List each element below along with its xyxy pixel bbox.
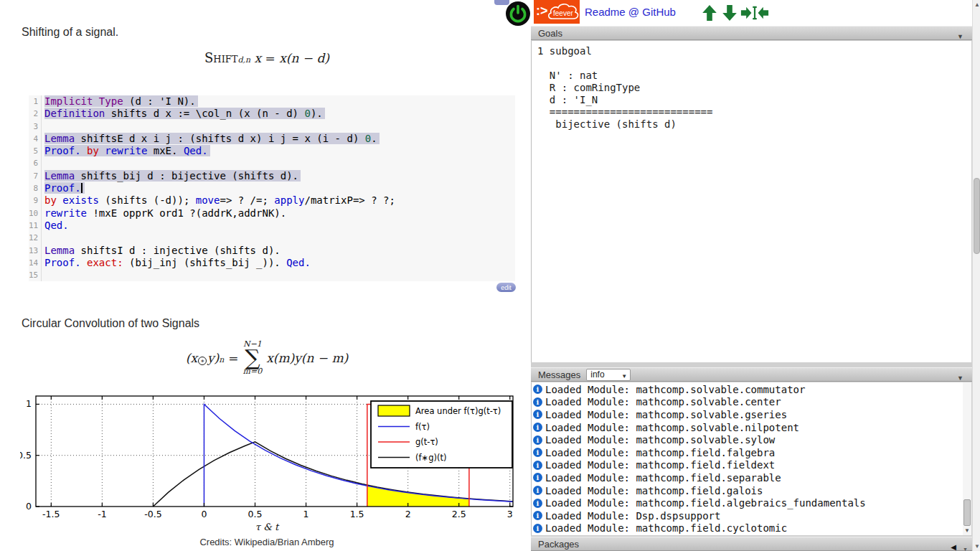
messages-panel-header[interactable]: Messagesinfo▼ ▼ <box>531 367 972 382</box>
feever-logo[interactable]: :> feever <box>534 0 580 24</box>
svg-text:0.5: 0.5 <box>248 509 263 519</box>
right-panel: Goals ▼ 1 subgoal N' : nat R : comRingTy… <box>531 26 972 551</box>
info-icon: i <box>533 435 542 445</box>
svg-text:0.5: 0.5 <box>20 450 32 461</box>
code-line[interactable]: 9by exists (shifts (-d)); move=> ? /=; a… <box>29 194 515 207</box>
go-to-cursor-icon[interactable] <box>740 4 769 24</box>
scroll-up-icon[interactable]: ▲ <box>974 1 980 8</box>
section-title-convolution: Circular Convolution of two Signals <box>22 317 199 330</box>
info-icon: i <box>533 511 542 520</box>
line-number: 8 <box>29 182 42 194</box>
code-line[interactable]: 1Implicit Type (d : 'I N). <box>29 95 515 108</box>
code-line[interactable]: 10rewrite !mxE opprK ord1 ?(addrK,addrNK… <box>29 207 515 220</box>
code-line[interactable]: 14Proof. exact: (bij_inj (shifts_bij _))… <box>29 257 515 269</box>
plot-credits: Credits: Wikipedia/Brian Amberg <box>0 537 534 547</box>
code-line[interactable]: 4Lemma shiftsE d x i j : (shifts d x) i … <box>29 133 515 145</box>
info-icon: i <box>533 461 542 470</box>
svg-text:2.5: 2.5 <box>452 509 466 519</box>
line-number: 3 <box>29 121 42 133</box>
section-title-shifting: Shifting of a signal. <box>22 26 118 39</box>
messages-panel-body: iLoaded Module: mathcomp.solvable.commut… <box>531 382 971 535</box>
svg-text:(f∗g)(t): (f∗g)(t) <box>415 453 446 463</box>
line-number: 15 <box>29 269 42 281</box>
power-button[interactable] <box>505 1 531 27</box>
svg-text:Area under f(τ)g(t-τ): Area under f(τ)g(t-τ) <box>415 406 501 416</box>
line-number: 2 <box>29 108 42 120</box>
text-cursor <box>81 183 83 193</box>
code-line[interactable]: 7Lemma shifts_bij d : bijective (shifts … <box>29 170 515 182</box>
line-number: 1 <box>29 95 42 108</box>
message-row: iLoaded Module: mathcomp.solvable.nilpot… <box>532 421 971 434</box>
jscoq-ide: Shifting of a signal. SHIFTd,n x = x(n −… <box>0 0 980 551</box>
svg-text:1: 1 <box>303 509 309 519</box>
messages-scrollbar[interactable]: ▼ <box>963 382 971 535</box>
goals-panel-body: 1 subgoal N' : nat R : comRingType d : '… <box>531 41 971 362</box>
message-row: iLoaded Module: mathcomp.field.algebraic… <box>532 496 971 509</box>
code-line[interactable]: 12 <box>29 232 515 244</box>
page-scrollbar-thumb[interactable] <box>974 178 980 254</box>
messages-scrollbar-thumb[interactable] <box>963 499 971 526</box>
document-pane: Shifting of a signal. SHIFTd,n x = x(n −… <box>0 0 534 551</box>
line-number: 5 <box>29 145 42 157</box>
plot-xlabel: τ & t <box>0 522 534 532</box>
svg-text:g(t-τ): g(t-τ) <box>415 437 438 447</box>
svg-text:1: 1 <box>26 398 32 409</box>
svg-text:-1: -1 <box>98 509 106 519</box>
message-row: iLoaded Module: Dsp.dspsupport <box>532 509 971 522</box>
line-number: 6 <box>29 157 42 169</box>
line-number: 7 <box>29 170 42 182</box>
code-line[interactable]: 8Proof. <box>29 182 515 194</box>
info-icon: i <box>533 423 542 432</box>
svg-text:-1.5: -1.5 <box>42 509 60 519</box>
message-row: iLoaded Module: mathcomp.solvable.commut… <box>532 383 971 396</box>
message-level-select[interactable]: info▼ <box>586 369 631 381</box>
info-icon: i <box>533 410 542 419</box>
coq-code-editor[interactable]: 1Implicit Type (d : 'I N).2Definition sh… <box>29 95 515 281</box>
code-line[interactable]: 11Qed. <box>29 220 515 232</box>
packages-dropdown-icon[interactable]: ▼ <box>963 542 968 551</box>
goals-panel-header[interactable]: Goals ▼ <box>531 26 972 40</box>
line-number: 12 <box>29 232 42 244</box>
messages-scroll-down-icon[interactable]: ▼ <box>964 527 970 534</box>
edit-button[interactable]: edit <box>496 283 516 292</box>
code-line[interactable]: 3 <box>29 121 515 133</box>
line-number: 14 <box>29 257 42 269</box>
code-line[interactable]: 5Proof. by rewrite mxE. Qed. <box>29 145 515 157</box>
formula-op: S <box>204 50 213 65</box>
line-number: 13 <box>29 245 42 257</box>
select-arrow-icon: ▼ <box>621 371 627 382</box>
info-icon: i <box>533 486 542 495</box>
svg-text:f(τ): f(τ) <box>415 422 430 432</box>
message-row: iLoaded Module: mathcomp.field.separable <box>532 471 971 484</box>
message-row: iLoaded Module: mathcomp.solvable.center <box>532 396 971 409</box>
packages-panel-header[interactable]: Packages ◀ ▼ <box>531 537 972 551</box>
info-icon: i <box>533 473 542 482</box>
info-icon: i <box>533 385 542 394</box>
svg-text:-0.5: -0.5 <box>144 509 161 519</box>
message-row: iLoaded Module: mathcomp.field.falgebra <box>532 446 971 459</box>
line-number: 4 <box>29 133 42 145</box>
svg-text:3: 3 <box>507 509 513 519</box>
line-number: 11 <box>29 220 42 232</box>
info-icon: i <box>533 448 542 457</box>
code-line[interactable]: 6 <box>29 157 515 169</box>
summation-symbol: N−1 ∑ m=0 <box>243 340 263 375</box>
info-icon: i <box>533 524 542 533</box>
scroll-down-icon[interactable]: ▼ <box>974 543 980 550</box>
step-down-icon[interactable] <box>722 4 738 24</box>
convolution-plot: -1.5-1-0.500.511.522.5300.51Area under f… <box>20 395 517 524</box>
line-number: 9 <box>29 194 42 207</box>
code-line[interactable]: 13Lemma shiftsI d : injective (shifts d)… <box>29 245 515 257</box>
page-scrollbar[interactable]: ▲ ▼ <box>972 0 980 551</box>
goals-text: 1 subgoal N' : nat R : comRingType d : '… <box>532 41 971 131</box>
packages-collapse-left-icon[interactable]: ◀ <box>951 540 956 551</box>
circled-asterisk-icon: ∗ <box>198 357 207 365</box>
readme-github-link[interactable]: Readme @ GitHub <box>585 6 676 18</box>
svg-text:2: 2 <box>405 509 411 519</box>
svg-text:0: 0 <box>201 509 207 519</box>
code-line[interactable]: 15 <box>29 269 515 281</box>
code-line[interactable]: 2Definition shifts d x := \col_n (x (n -… <box>29 108 515 120</box>
power-icon <box>505 1 531 27</box>
step-up-icon[interactable] <box>702 4 717 24</box>
message-row: iLoaded Module: mathcomp.field.cyclotomi… <box>532 522 971 535</box>
